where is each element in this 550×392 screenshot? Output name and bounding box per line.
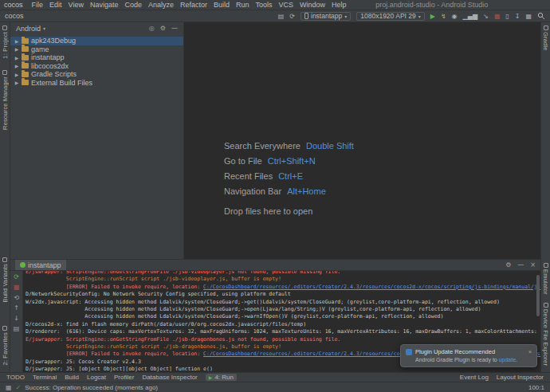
save-all-icon[interactable]: ▤: [278, 13, 285, 20]
toolwindow-button-terminal[interactable]: Terminal: [33, 374, 57, 381]
stripe-item-build-variants[interactable]: Build Variants: [2, 257, 9, 303]
tool-window-icon: [544, 25, 548, 30]
profiler-icon[interactable]: ▁▄▆: [463, 13, 477, 20]
settings-icon[interactable]: ⚙: [160, 25, 166, 32]
toolwindow-button-label: Database Inspector: [142, 374, 197, 381]
menu-tools[interactable]: Tools: [253, 1, 276, 9]
toolwindow-button-layout-inspector[interactable]: Layout Inspector: [497, 374, 544, 381]
run-icon[interactable]: ▶: [430, 13, 435, 20]
navigation-breadcrumb[interactable]: cocos: [5, 12, 24, 20]
folder-icon: [22, 38, 29, 44]
project-view-selector[interactable]: Android: [16, 25, 41, 33]
debug-icon[interactable]: ◉: [452, 13, 458, 20]
hide-panel-icon[interactable]: —: [171, 25, 178, 32]
editor-area[interactable]: Search EverywhereDouble ShiftGo to FileC…: [184, 22, 540, 259]
close-icon[interactable]: ×: [528, 349, 532, 355]
apply-changes-icon[interactable]: ↯: [441, 13, 446, 20]
close-icon[interactable]: ×: [530, 261, 536, 269]
main-toolbar: cocos ▤⟳ instantapp ▾ 1080x1920 API 29 ▾…: [0, 10, 550, 22]
locate-file-icon[interactable]: ◎: [149, 25, 155, 32]
menu-code[interactable]: Code: [121, 1, 145, 9]
toolwindow-button-todo[interactable]: TODO: [6, 374, 25, 381]
console-text: ScriptEngine::runScript script ./jsb-vid…: [26, 276, 281, 282]
tool-window-icon: [544, 263, 548, 268]
tool-window-icon: [2, 326, 7, 331]
console-scrollbar[interactable]: [536, 275, 540, 316]
run-settings-icon[interactable]: ⚙: [505, 261, 511, 269]
toolwindow-button-label: TODO: [6, 374, 25, 381]
update-link[interactable]: update: [499, 357, 516, 363]
attach-debugger-icon[interactable]: ↘: [483, 13, 489, 20]
chevron-right-icon[interactable]: ▶: [14, 46, 19, 52]
menu-refactor[interactable]: Refactor: [177, 1, 210, 9]
folder-icon: [22, 55, 29, 61]
toolwindow-button-event-log[interactable]: Event Log: [460, 374, 489, 381]
console-link[interactable]: C:/CocosDashboard/resources/.editors/Cre…: [203, 284, 540, 290]
prev-occurrence-button[interactable]: ↑: [14, 305, 19, 312]
stripe-label: Device File Explorer: [542, 309, 549, 366]
tool-window-toggle-icon[interactable]: ▦: [6, 384, 12, 391]
tree-item-apk243debug[interactable]: ▶apk243Debug: [10, 37, 183, 45]
main-area: Android ▾ ◎ ⚙ — ▶apk243Debug▶game▶instan…: [10, 22, 540, 259]
stripe-item-device-file-explorer[interactable]: Device File Explorer: [542, 303, 549, 366]
device-manager-icon[interactable]: ▯: [505, 13, 509, 20]
tree-item-gradle-scripts[interactable]: ▶Gradle Scripts: [10, 70, 183, 79]
restart-activity-button[interactable]: ⟲: [14, 295, 19, 301]
menu-window[interactable]: Window: [297, 1, 328, 9]
shortcut-label: Navigation Bar: [224, 186, 281, 196]
menu-view[interactable]: View: [65, 1, 87, 9]
shortcut-label: Recent Files: [224, 171, 273, 181]
toolwindow-button-4-run[interactable]: ▶4: Run: [206, 374, 237, 381]
console-line: Accessing hidden method Ldalvik/system/C…: [26, 313, 538, 320]
chevron-right-icon[interactable]: ▶: [14, 63, 19, 69]
clear-console-button[interactable]: ▤: [14, 326, 20, 332]
menu-edit[interactable]: Edit: [46, 1, 65, 9]
toolwindow-button-database-inspector[interactable]: Database Inspector: [142, 374, 197, 381]
success-check-icon: ✓: [16, 384, 22, 391]
menu-help[interactable]: Help: [328, 1, 350, 9]
minimize-icon[interactable]: —: [517, 261, 524, 269]
menu-run[interactable]: Run: [233, 1, 253, 9]
menu-navigate[interactable]: Navigate: [87, 1, 122, 9]
stripe-item-gradle[interactable]: Gradle: [542, 25, 549, 51]
console-text: D/jswrapper: JS: [object Object][object …: [26, 366, 213, 372]
tree-item-label: External Build Files: [31, 79, 92, 87]
tree-item-external-build-files[interactable]: ▶External Build Files: [10, 79, 183, 88]
console-text: Accessing hidden method Ldalvik/system/C…: [26, 313, 443, 319]
toolwindow-button-logcat[interactable]: Logcat: [87, 374, 106, 381]
stripe-item-resource-manager[interactable]: Resource Manager: [2, 70, 9, 130]
tool-window-icon: [544, 303, 548, 308]
chevron-right-icon[interactable]: ▶: [14, 55, 19, 61]
stop-button[interactable]: ■: [14, 284, 20, 291]
device-select[interactable]: 1080x1920 API 29 ▾: [356, 12, 425, 21]
tree-item-libcocos2dx[interactable]: ▶libcocos2dx: [10, 62, 183, 71]
menu-build[interactable]: Build: [210, 1, 233, 9]
menu-analyze[interactable]: Analyze: [145, 1, 177, 9]
stripe-item-2-favorites[interactable]: 2: Favorites: [2, 326, 9, 366]
toolwindow-button-profiler[interactable]: Profiler: [114, 374, 134, 381]
tree-item-game[interactable]: ▶game: [10, 45, 183, 54]
stripe-item-1-project[interactable]: 1: Project: [2, 25, 9, 59]
layout-inspector-icon[interactable]: ▦: [525, 13, 532, 20]
stripe-item-emulator[interactable]: Emulator: [542, 263, 549, 295]
chevron-right-icon[interactable]: ▶: [14, 38, 19, 44]
menu-file[interactable]: File: [29, 1, 47, 9]
gradle-sync-icon[interactable]: ⟳: [289, 13, 295, 20]
sdk-manager-icon[interactable]: ↧: [515, 13, 521, 20]
tool-window-icon: [2, 25, 7, 30]
chevron-right-icon[interactable]: ▶: [14, 72, 19, 77]
chevron-right-icon[interactable]: ▶: [14, 80, 19, 85]
folder-icon: [22, 72, 29, 77]
run-config-value: instantapp: [311, 12, 342, 20]
run-tab-instantapp[interactable]: instantapp: [15, 260, 66, 270]
run-configuration-select[interactable]: instantapp ▾: [301, 12, 351, 21]
stop-icon[interactable]: ■: [494, 13, 501, 20]
tree-item-instantapp[interactable]: ▶instantapp: [10, 53, 183, 62]
toolwindow-button-build[interactable]: Build: [65, 374, 79, 381]
folder-icon: [22, 46, 29, 52]
rerun-button[interactable]: ⟳: [14, 274, 19, 280]
menu-vcs[interactable]: VCS: [276, 1, 297, 9]
status-indicator: 100:1: [528, 384, 544, 391]
search-icon[interactable]: [537, 12, 545, 20]
next-occurrence-button[interactable]: ↓: [14, 316, 19, 322]
